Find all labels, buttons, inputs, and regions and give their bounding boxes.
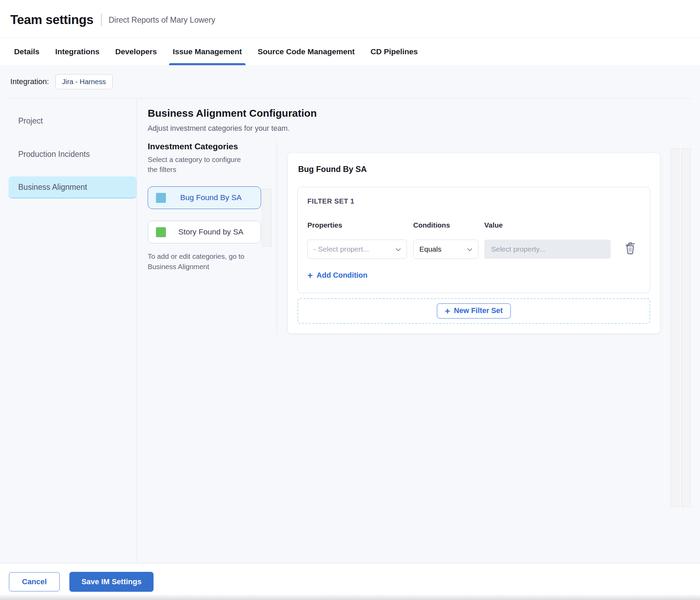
page-header: Team settings Direct Reports of Mary Low… bbox=[0, 0, 700, 38]
panel-scrollbar[interactable] bbox=[670, 148, 679, 507]
tab-cd-pipelines[interactable]: CD Pipelines bbox=[363, 38, 426, 65]
new-filter-set-dropzone: + New Filter Set bbox=[297, 298, 650, 324]
categories-description: Select a category to configure the filte… bbox=[148, 154, 249, 174]
new-filter-set-button[interactable]: + New Filter Set bbox=[437, 303, 510, 319]
tab-source-code-management[interactable]: Source Code Management bbox=[250, 38, 363, 65]
settings-sidebar: Project Production Incidents Business Al… bbox=[9, 99, 137, 562]
settings-body: Project Production Incidents Business Al… bbox=[9, 98, 691, 562]
column-header-conditions: Conditions bbox=[413, 221, 484, 229]
tab-issue-management[interactable]: Issue Management bbox=[165, 38, 250, 65]
filter-set-label: FILTER SET 1 bbox=[307, 197, 640, 205]
sidebar-item-project[interactable]: Project bbox=[9, 110, 137, 132]
category-bug-found-by-sa[interactable]: Bug Found By SA bbox=[148, 186, 261, 209]
column-header-value: Value bbox=[484, 221, 611, 229]
chevron-down-icon bbox=[467, 245, 473, 253]
filter-set-box: FILTER SET 1 Properties - Select propert… bbox=[297, 187, 650, 293]
cancel-button[interactable]: Cancel bbox=[9, 572, 60, 591]
category-label: Bug Found By SA bbox=[166, 193, 261, 202]
sidebar-item-business-alignment[interactable]: Business Alignment bbox=[9, 176, 137, 198]
category-list-scrollbar[interactable] bbox=[262, 189, 272, 246]
properties-select[interactable]: - Select propert... bbox=[307, 240, 407, 259]
categories-note: To add or edit categories, go to Busines… bbox=[148, 251, 254, 272]
plus-icon: + bbox=[445, 308, 450, 314]
conditions-select[interactable]: Equals bbox=[413, 240, 478, 259]
tab-developers[interactable]: Developers bbox=[108, 38, 165, 65]
investment-categories-column: Investment Categories Select a category … bbox=[148, 142, 277, 333]
plus-icon: + bbox=[307, 272, 313, 279]
category-label: Story Found by SA bbox=[166, 228, 261, 236]
add-condition-label: Add Condition bbox=[317, 271, 368, 280]
properties-select-placeholder: - Select propert... bbox=[314, 245, 369, 253]
section-subtitle: Adjust investment categories for your te… bbox=[148, 124, 691, 133]
new-filter-set-label: New Filter Set bbox=[454, 307, 503, 315]
chevron-down-icon bbox=[395, 245, 401, 253]
conditions-select-value: Equals bbox=[419, 245, 441, 253]
filter-panel-column: Bug Found By SA FILTER SET 1 Properties … bbox=[277, 142, 691, 333]
page-scrollbar[interactable] bbox=[681, 148, 691, 507]
integration-chip[interactable]: Jira - Harness bbox=[55, 74, 113, 89]
tab-details[interactable]: Details bbox=[6, 38, 47, 65]
add-condition-button[interactable]: + Add Condition bbox=[307, 271, 368, 280]
integration-row: Integration: Jira - Harness bbox=[0, 65, 700, 98]
integration-label: Integration: bbox=[10, 77, 49, 86]
title-separator bbox=[101, 14, 102, 26]
delete-condition-button[interactable] bbox=[624, 241, 637, 256]
value-input[interactable] bbox=[484, 240, 611, 259]
section-title: Business Alignment Configuration bbox=[148, 107, 691, 119]
categories-heading: Investment Categories bbox=[148, 142, 276, 151]
page-subtitle: Direct Reports of Mary Lowery bbox=[109, 15, 215, 25]
footer-action-bar: Cancel Save IM Settings bbox=[0, 563, 700, 600]
category-config-card: Bug Found By SA FILTER SET 1 Properties … bbox=[288, 153, 660, 333]
category-color-swatch-green bbox=[156, 227, 166, 237]
tab-bar: Details Integrations Developers Issue Ma… bbox=[0, 38, 700, 65]
category-color-swatch-blue bbox=[156, 193, 166, 203]
config-card-title: Bug Found By SA bbox=[298, 165, 650, 174]
page-title: Team settings bbox=[10, 13, 93, 27]
column-header-properties: Properties bbox=[307, 221, 413, 229]
trash-icon bbox=[624, 251, 637, 256]
content-area: Integration: Jira - Harness Project Prod… bbox=[0, 65, 700, 563]
category-story-found-by-sa[interactable]: Story Found by SA bbox=[148, 221, 261, 243]
business-alignment-section: Business Alignment Configuration Adjust … bbox=[137, 99, 691, 562]
save-im-settings-button[interactable]: Save IM Settings bbox=[69, 572, 154, 592]
sidebar-item-production-incidents[interactable]: Production Incidents bbox=[9, 143, 137, 165]
tab-integrations[interactable]: Integrations bbox=[47, 38, 108, 65]
